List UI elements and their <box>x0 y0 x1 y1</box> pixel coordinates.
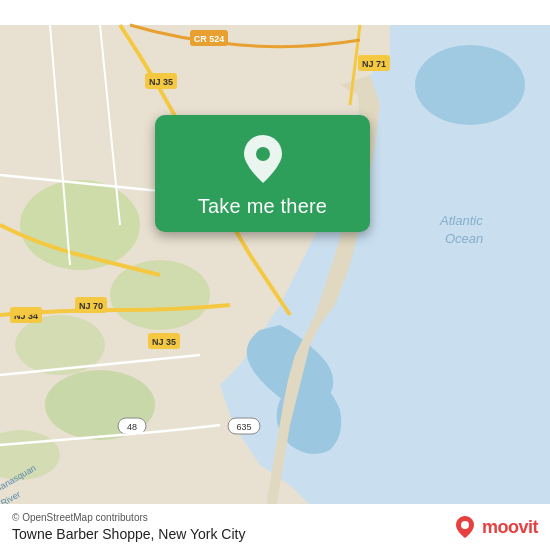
take-me-there-button[interactable]: Take me there <box>155 115 370 232</box>
svg-text:48: 48 <box>127 422 137 432</box>
bottom-info: © OpenStreetMap contributors Towne Barbe… <box>12 512 245 542</box>
bottom-bar: © OpenStreetMap contributors Towne Barbe… <box>0 504 550 550</box>
moovit-icon <box>452 514 478 540</box>
svg-point-33 <box>256 147 270 161</box>
osm-attribution: © OpenStreetMap contributors <box>12 512 245 523</box>
svg-text:NJ 71: NJ 71 <box>362 59 386 69</box>
svg-point-4 <box>110 260 210 330</box>
moovit-logo: moovit <box>452 514 538 540</box>
svg-text:Ocean: Ocean <box>445 231 483 246</box>
svg-text:Atlantic: Atlantic <box>439 213 483 228</box>
svg-text:NJ 35: NJ 35 <box>149 77 173 87</box>
svg-text:NJ 35: NJ 35 <box>152 337 176 347</box>
moovit-text: moovit <box>482 517 538 538</box>
map-background: NJ 35 NJ 35 NJ 34 NJ 70 NJ 35 NJ 71 CR 5… <box>0 0 550 550</box>
svg-text:NJ 70: NJ 70 <box>79 301 103 311</box>
map-container: NJ 35 NJ 35 NJ 34 NJ 70 NJ 35 NJ 71 CR 5… <box>0 0 550 550</box>
location-pin-icon <box>237 133 289 185</box>
location-name: Towne Barber Shoppe, New York City <box>12 526 245 542</box>
svg-point-32 <box>415 45 525 125</box>
svg-text:635: 635 <box>236 422 251 432</box>
take-me-there-label: Take me there <box>198 195 327 218</box>
svg-text:CR 524: CR 524 <box>194 34 225 44</box>
svg-point-34 <box>461 521 469 529</box>
